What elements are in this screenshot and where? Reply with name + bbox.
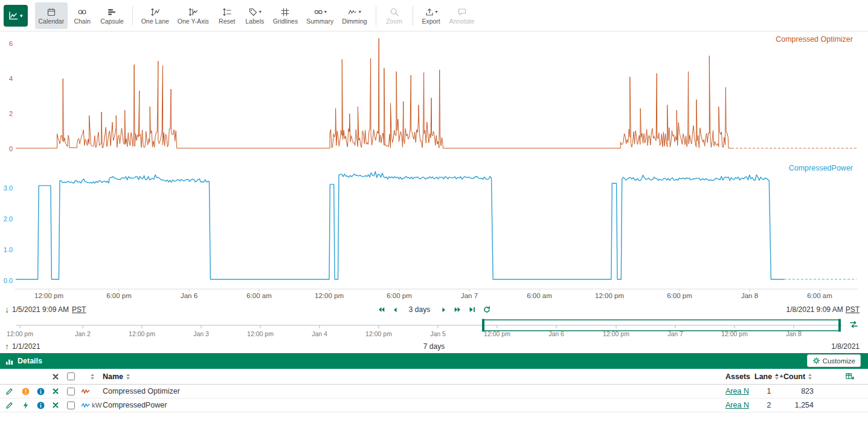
remove-item-button[interactable]	[51, 401, 60, 409]
toolbar-one-lane-button[interactable]: One Lane	[138, 2, 173, 29]
series-label[interactable]: CompressedPower	[789, 164, 853, 172]
x-tick-label: 6:00 am	[807, 292, 832, 299]
toolbar-reset-button[interactable]: Reset	[214, 2, 240, 29]
range-end[interactable]: 1/8/2021 9:09 AM	[786, 305, 843, 314]
edit-item-button[interactable]	[5, 401, 14, 410]
asset-link[interactable]: Area N	[725, 401, 749, 409]
signal-unit: kW	[92, 401, 102, 409]
y-tick-label: 2.0	[4, 215, 13, 223]
skip-to-end-button[interactable]	[468, 305, 477, 314]
timeline-tick-label: 12:00 pm	[129, 330, 155, 337]
range-end-timezone[interactable]: PST	[846, 305, 860, 314]
toolbar-calendar-button[interactable]: Calendar	[35, 2, 68, 29]
timeline-wrap: 12:00 pmJan 212:00 pmJan 312:00 pmJan 41…	[0, 317, 868, 340]
add-column-icon[interactable]	[845, 372, 854, 381]
toolbar-button-label: Export	[422, 18, 440, 24]
toolbar-button-label: Annotate	[449, 18, 475, 24]
trend-chart-icon	[8, 11, 18, 21]
dimming-icon: ▾	[348, 7, 361, 17]
sort-count-icon[interactable]	[808, 374, 812, 380]
investigate-start[interactable]: 1/1/2021	[12, 342, 40, 351]
name-column-header: Name	[103, 372, 123, 381]
annotate-icon	[457, 7, 467, 17]
toolbar-export-button[interactable]: ▾Export	[418, 2, 445, 29]
y-tick-label: 0	[9, 145, 13, 152]
toolbar-summary-button[interactable]: ▾Summary	[303, 2, 337, 29]
step-forward-button[interactable]	[440, 306, 448, 314]
toolbar-annotate-button: Annotate	[446, 2, 478, 29]
x-tick-label: 6:00 pm	[387, 292, 412, 299]
sort-type-icon[interactable]	[91, 374, 94, 380]
timeline-tick-label: 12:00 pm	[247, 330, 274, 337]
x-tick-label: Jan 8	[741, 292, 758, 299]
range-start-group: ↓ 1/5/2021 9:09 AM PST	[5, 305, 86, 314]
signal-icon	[81, 387, 90, 396]
y-tick-label: 1.0	[4, 246, 13, 253]
edit-item-button[interactable]	[5, 387, 14, 396]
timeline-scrubber[interactable]: 12:00 pmJan 212:00 pmJan 312:00 pmJan 41…	[0, 317, 868, 340]
sort-lane-icon[interactable]	[775, 374, 779, 380]
row-checkbox[interactable]	[67, 401, 75, 409]
fast-forward-button[interactable]	[454, 305, 462, 314]
count-value: 823	[801, 387, 814, 395]
fast-backward-button[interactable]	[377, 305, 385, 314]
table-row: Compressed OptimizerArea N1823	[0, 385, 868, 398]
toolbar-chain-button[interactable]: Chain	[69, 2, 95, 29]
series-label[interactable]: Compressed Optimizer	[776, 35, 853, 44]
worksheet-view-button[interactable]: ▾	[4, 5, 28, 27]
sort-name-icon[interactable]	[126, 374, 130, 380]
range-duration[interactable]: 3 days	[405, 305, 434, 314]
y-tick-label: 3.0	[4, 184, 13, 192]
step-backward-button[interactable]	[391, 306, 399, 314]
item-name-label[interactable]: CompressedPower	[103, 401, 167, 409]
x-tick-label: 12:00 pm	[595, 292, 624, 299]
series-line	[16, 38, 731, 148]
info-button[interactable]	[36, 401, 45, 410]
investigate-duration[interactable]: 7 days	[423, 342, 445, 351]
item-name-label[interactable]: Compressed Optimizer	[103, 387, 180, 395]
toolbar-gridlines-button[interactable]: Gridlines	[269, 2, 301, 29]
toolbar-labels-button[interactable]: ▾Labels	[242, 2, 268, 29]
lane-value: 1	[767, 387, 771, 395]
remove-item-button[interactable]	[51, 387, 60, 395]
warning-icon[interactable]	[21, 387, 30, 396]
assets-column-header: Assets	[725, 372, 750, 381]
capsule-icon	[107, 7, 117, 17]
toolbar-items: CalendarChainCapsuleOne LaneOne Y-AxisRe…	[35, 2, 478, 29]
timeline-tick-label: Jan 4	[312, 330, 327, 337]
chain-icon	[77, 7, 87, 17]
y-tick-label: 6	[9, 40, 13, 47]
investigate-end[interactable]: 1/8/2021	[831, 342, 860, 351]
caret-down-icon: ▾	[20, 13, 23, 19]
details-bar: Details Customize	[0, 353, 868, 369]
trend-chart[interactable]: 12:00 pm6:00 pmJan 66:00 am12:00 pm6:00 …	[0, 31, 868, 302]
toolbar-button-label: Chain	[74, 18, 90, 24]
x-tick-label: 12:00 pm	[315, 292, 344, 299]
bar-chart-icon	[5, 357, 14, 366]
toolbar-separator	[376, 6, 376, 25]
reset-icon	[222, 7, 232, 17]
toolbar-dimming-button[interactable]: ▾Dimming	[338, 2, 370, 29]
toolbar-button-label: Zoom	[386, 18, 402, 24]
expand-range-icon[interactable]	[849, 320, 858, 329]
range-start[interactable]: 1/5/2021 9:09 AM	[12, 305, 69, 314]
toolbar-one-y-axis-button[interactable]: One Y-Axis	[174, 2, 213, 29]
refresh-button[interactable]	[483, 305, 491, 314]
export-icon: ▾	[425, 7, 438, 17]
x-tick-label: Jan 6	[181, 292, 198, 299]
asset-link[interactable]: Area N	[725, 387, 749, 395]
row-checkbox[interactable]	[67, 388, 75, 395]
display-range-row: ↓ 1/5/2021 9:09 AM PST 3 days 1/8/2021 9…	[0, 302, 868, 317]
timeline-tick-label: 12:00 pm	[365, 330, 392, 337]
lane-sort-asc-icon: ▴	[780, 372, 783, 379]
range-start-timezone[interactable]: PST	[72, 305, 86, 314]
empty-area	[0, 412, 868, 442]
item-name: Compressed Optimizer	[103, 387, 696, 395]
select-all-checkbox[interactable]	[67, 372, 75, 380]
remove-all-button[interactable]	[51, 372, 60, 381]
toolbar-capsule-button[interactable]: Capsule	[97, 2, 127, 29]
info-button[interactable]	[36, 387, 45, 396]
customize-button[interactable]: Customize	[807, 354, 861, 367]
gridlines-icon	[280, 7, 290, 17]
bolt-icon[interactable]	[21, 401, 30, 410]
